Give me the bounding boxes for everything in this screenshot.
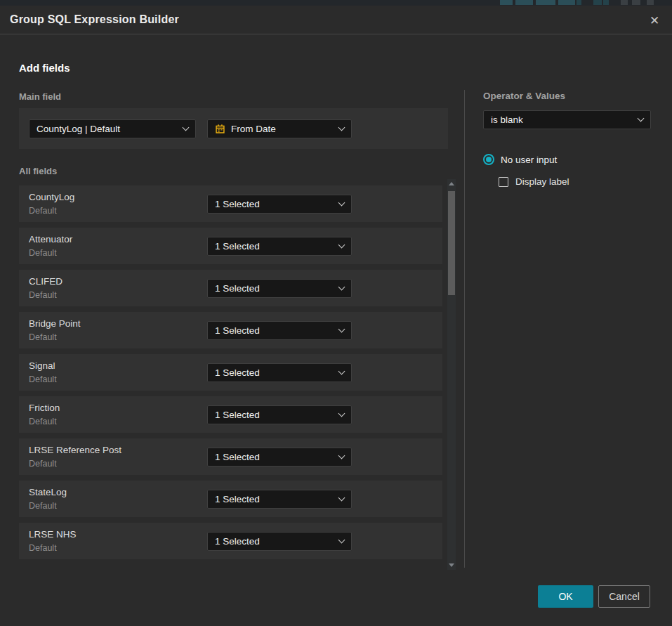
field-row: Signal Default 1 Selected [19,354,442,391]
field-selected-value: 1 Selected [215,536,334,547]
field-subtitle: Default [29,332,57,342]
dialog-title: Group SQL Expression Builder [10,13,179,26]
field-selected-value: 1 Selected [215,367,334,378]
radio-selected-icon [483,154,494,165]
field-row: Attenuator Default 1 Selected [19,228,442,264]
field-selected-dropdown[interactable]: 1 Selected [207,405,352,424]
chevron-down-icon [338,326,345,333]
field-selected-dropdown[interactable]: 1 Selected [207,532,352,551]
chevron-down-icon [338,452,345,459]
field-subtitle: Default [29,290,57,300]
field-row: CLIFED Default 1 Selected [19,270,442,306]
scrollbar-thumb[interactable] [448,191,455,295]
field-name: Signal [29,360,55,371]
field-selected-value: 1 Selected [215,494,334,504]
field-row: LRSE NHS Default 1 Selected [19,523,442,559]
field-selected-value: 1 Selected [215,241,334,252]
chevron-down-icon [638,115,645,122]
screen: Group SQL Expression Builder ✕ Add field… [0,0,672,626]
field-row: CountyLog Default 1 Selected [19,185,442,222]
field-selected-dropdown[interactable]: 1 Selected [207,490,352,509]
panel-divider [464,90,465,568]
chevron-down-icon [338,410,345,417]
app-fragment [593,0,602,5]
no-user-input-label: No user input [501,155,557,165]
field-row: Friction Default 1 Selected [19,396,442,433]
list-scrollbar[interactable] [447,179,456,570]
field-selected-dropdown[interactable]: 1 Selected [207,363,352,382]
chevron-down-icon [338,200,345,207]
app-fragment [632,0,640,5]
layer-select-dropdown[interactable]: CountyLog | Default [29,119,196,138]
no-user-input-radio[interactable]: No user input [483,154,557,165]
chevron-down-icon [338,284,345,291]
operator-values-heading: Operator & Values [483,91,565,101]
field-selected-value: 1 Selected [215,325,334,336]
operator-dropdown[interactable]: is blank [483,110,651,129]
field-selected-dropdown[interactable]: 1 Selected [207,279,352,298]
chevron-down-icon [183,124,190,131]
chevron-down-icon [338,242,345,249]
field-subtitle: Default [29,459,57,469]
field-name: LRSE Reference Post [29,445,121,455]
app-fragment [558,0,575,5]
field-subtitle: Default [29,501,57,511]
field-name: Bridge Point [29,318,81,329]
field-row: LRSE Reference Post Default 1 Selected [19,438,442,475]
checkbox-unchecked-icon[interactable] [499,177,508,187]
add-fields-heading: Add fields [19,62,70,74]
field-name: LRSE NHS [29,529,77,540]
field-selected-dropdown[interactable]: 1 Selected [207,237,352,256]
app-fragment [515,0,533,5]
display-label-label: Display label [515,176,569,187]
app-fragment [603,0,609,5]
field-name: Attenuator [29,234,72,244]
main-field-select-dropdown[interactable]: From Date [207,119,352,138]
field-selected-value: 1 Selected [215,452,334,462]
field-name: StateLog [29,487,67,497]
field-name: CountyLog [29,192,74,202]
field-subtitle: Default [29,206,57,216]
field-name: CLIFED [29,276,62,287]
field-selected-dropdown[interactable]: 1 Selected [207,195,352,214]
display-label-checkbox-row[interactable]: Display label [499,176,569,187]
app-fragment [577,0,581,5]
field-subtitle: Default [29,417,57,426]
calendar-icon [215,124,225,134]
app-fragment [647,0,654,5]
app-fragment [621,0,628,5]
all-fields-label: All fields [19,166,57,176]
field-subtitle: Default [29,248,57,258]
field-name: Friction [29,403,60,413]
scroll-up-arrow-icon[interactable] [449,182,454,185]
main-field-container: CountyLog | Default From Date [19,108,448,149]
chevron-down-icon [338,537,345,544]
chevron-down-icon [338,368,345,375]
chevron-down-icon [338,124,345,131]
field-selected-value: 1 Selected [215,199,334,209]
scroll-down-arrow-icon[interactable] [449,563,454,567]
main-field-select-value: From Date [231,124,334,134]
field-subtitle: Default [29,543,57,553]
field-row: Bridge Point Default 1 Selected [19,312,442,348]
all-fields-list: CountyLog Default 1 Selected Attenuator … [19,185,442,565]
group-sql-expression-builder-dialog: Group SQL Expression Builder ✕ Add field… [0,6,672,626]
field-selected-dropdown[interactable]: 1 Selected [207,448,352,467]
field-selected-value: 1 Selected [215,283,334,294]
ok-button[interactable]: OK [538,585,593,608]
app-fragment [500,0,513,5]
layer-select-value: CountyLog | Default [37,124,178,134]
operator-value: is blank [491,115,633,125]
field-selected-value: 1 Selected [215,410,334,420]
dialog-titlebar: Group SQL Expression Builder ✕ [0,6,672,34]
field-subtitle: Default [29,374,57,384]
main-field-label: Main field [19,91,61,102]
field-selected-dropdown[interactable]: 1 Selected [207,321,352,340]
cancel-button[interactable]: Cancel [598,585,650,608]
chevron-down-icon [338,495,345,502]
close-icon[interactable]: ✕ [645,11,664,30]
field-row: StateLog Default 1 Selected [19,481,442,517]
underlying-app-strip [0,0,672,6]
app-fragment [536,0,555,5]
